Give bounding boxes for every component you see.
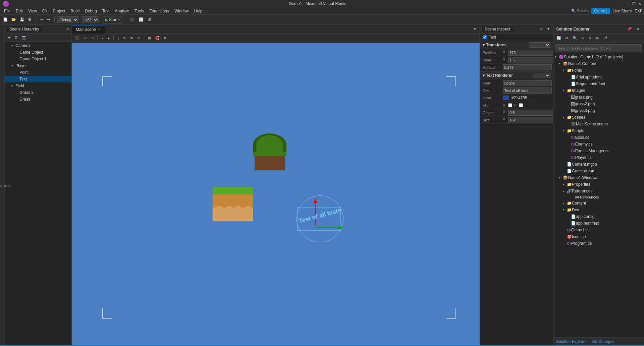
scene-move-btn[interactable]: ↕	[116, 35, 121, 42]
platform-select[interactable]: x86	[83, 16, 99, 23]
se-content-mgcb[interactable]: 📄 Content.mgcb	[553, 161, 644, 168]
flip-y-checkbox[interactable]	[519, 103, 523, 107]
se-arial-sprite[interactable]: 📄 Arial.spritefont	[553, 74, 644, 80]
se-game1-windows[interactable]: ▾ 📦 Game1.Windows	[553, 174, 644, 181]
menu-view[interactable]: View	[25, 7, 40, 15]
se-game-dream[interactable]: 📄 Game.dream	[553, 168, 644, 174]
tree-item-field[interactable]: ▾ Field	[5, 82, 71, 89]
inspector-close[interactable]: ✕	[540, 27, 543, 32]
se-boss-cs[interactable]: C# Boss.cs	[553, 134, 644, 141]
se-app-config[interactable]: 📄 app.config	[553, 213, 644, 220]
menu-analyze[interactable]: Analyze	[112, 7, 132, 15]
se-grass-png[interactable]: 🖼 grass.png	[553, 94, 644, 101]
se-grass2-png[interactable]: 🖼 grass2.png	[553, 101, 644, 107]
se-scripts-folder[interactable]: ▾ 📁 Scripts	[553, 127, 644, 134]
sh-settings-btn[interactable]: ⚙	[13, 34, 19, 41]
menu-file[interactable]: File	[1, 7, 13, 15]
menu-test[interactable]: Test	[100, 7, 112, 15]
flip-x-checkbox[interactable]	[508, 103, 512, 107]
toolbar-open-btn[interactable]: 📂	[10, 16, 18, 23]
menu-git[interactable]: Git	[40, 7, 50, 15]
scene-undo-btn[interactable]: ↩	[82, 35, 88, 42]
sh-camera-btn[interactable]: 📷	[20, 34, 28, 41]
se-images-folder[interactable]: ▾ 📁 Images	[553, 87, 644, 94]
menu-tools[interactable]: Tools	[132, 7, 147, 15]
menu-window[interactable]: Window	[172, 7, 192, 15]
origin-x-input[interactable]	[508, 110, 553, 116]
scene-redo-btn[interactable]: ↪	[89, 35, 95, 42]
tree-item-gameobject[interactable]: Game Object	[5, 49, 71, 56]
debug-config-select[interactable]: Debug	[57, 16, 78, 23]
se-sync-btn[interactable]: 🔄	[555, 35, 563, 42]
size-x-input[interactable]	[508, 117, 553, 123]
se-view-btn[interactable]: 👁	[594, 35, 601, 42]
se-solution[interactable]: ▾ 🟣 Solution 'Game1' (2 of 2 projects)	[553, 54, 644, 60]
scene-snap-btn[interactable]: 🧲	[153, 35, 161, 42]
menu-help[interactable]: Help	[192, 7, 205, 15]
tree-item-camera[interactable]: ▾ Camera	[5, 42, 71, 49]
se-particle-cs[interactable]: C# ParticleManager.cs	[553, 148, 644, 154]
sh-add-btn[interactable]: +	[6, 34, 12, 41]
se-pin-btn[interactable]: 📌	[626, 25, 634, 33]
inspector-dropdown[interactable]: ▾	[546, 25, 551, 33]
toolbar-extra-btn1[interactable]: ⬛	[128, 16, 136, 23]
se-collapse-btn[interactable]: ⊖	[587, 35, 593, 42]
se-app-manifest[interactable]: 📄 app.manifest	[553, 220, 644, 227]
toolbar-extra-btn2[interactable]: ⬜	[137, 16, 145, 23]
rotation-input[interactable]	[503, 64, 552, 70]
tree-item-grass2[interactable]: Grass 2	[5, 89, 71, 96]
toolbar-undo-btn[interactable]: ↩	[39, 16, 45, 23]
se-mainscene[interactable]: 🎬 MainScene.scene	[553, 121, 644, 127]
scene-scale-btn[interactable]: ⤢	[136, 35, 142, 42]
menu-project[interactable]: Project	[50, 7, 68, 15]
scene-view-dropdown[interactable]: ▾	[472, 25, 478, 33]
menu-edit[interactable]: Edit	[13, 7, 25, 15]
inspector-tab[interactable]: Scene Inspect	[482, 26, 513, 32]
maximize-button[interactable]: ❐	[632, 2, 636, 6]
se-scenes-folder[interactable]: ▾ 📁 Scenes	[553, 114, 644, 121]
se-references[interactable]: ▸ 🔗 References	[553, 188, 644, 194]
toolbar-redo-btn[interactable]: ↪	[45, 16, 52, 23]
scale-x-input[interactable]	[508, 57, 553, 63]
close-button[interactable]: ✕	[638, 2, 641, 6]
text-renderer-toggle[interactable]: ▾	[483, 73, 485, 78]
tree-item-gameobject1[interactable]: Game Object 1	[5, 56, 71, 62]
inspector-active-checkbox[interactable]	[483, 35, 487, 39]
scene-hierarchy-close[interactable]: ✕	[66, 27, 69, 32]
se-solution-explorer-link[interactable]: Solution Explorer	[556, 339, 587, 344]
search-bar[interactable]: 🔍 Search	[571, 9, 589, 13]
scene-rotate-btn[interactable]: ↻	[128, 35, 135, 42]
position-x-input[interactable]	[508, 50, 553, 56]
minimize-button[interactable]: —	[626, 2, 630, 6]
tree-item-text[interactable]: Text	[5, 76, 71, 82]
se-player-cs[interactable]: C# Player.cs	[553, 154, 644, 161]
text-renderer-dropdown[interactable]	[533, 73, 550, 78]
transform-toggle[interactable]: ▾	[483, 43, 485, 47]
se-game1-cs[interactable]: C# Game1.cs	[553, 227, 644, 233]
scene-zoom-out-btn[interactable]: −	[100, 35, 105, 42]
toolbar-new-btn[interactable]: 📄	[1, 16, 9, 23]
tree-item-player[interactable]: ▾ Player	[5, 62, 71, 69]
se-properties-folder[interactable]: ▸ 📁 Properties	[553, 181, 644, 188]
toolbar-save-all-btn[interactable]: ⊞	[26, 16, 33, 23]
text-input[interactable]	[503, 88, 552, 94]
se-content-folder[interactable]: ▸ 📁 Content	[553, 200, 644, 207]
se-icon-ico[interactable]: 🎯 Icon.ico	[553, 233, 644, 240]
scene-canvas[interactable]: Test of all tests	[72, 43, 480, 345]
se-close-btn[interactable]: ✕	[635, 25, 641, 33]
se-git-btn[interactable]: ⎇	[601, 35, 609, 42]
tree-item-grass[interactable]: Grass	[5, 96, 71, 103]
se-segoe-sprite[interactable]: 📄 Segoe.spritefont	[553, 80, 644, 87]
scene-grid-btn[interactable]: ⊞	[146, 35, 153, 42]
scene-mode-btn[interactable]: ⬛	[73, 35, 81, 42]
se-git-changes-link[interactable]: Git Changes	[592, 339, 614, 344]
start-button[interactable]: ▶ Start ▾	[103, 16, 122, 23]
se-game1-content[interactable]: ▾ 📦 Game1.Content	[553, 60, 644, 67]
se-search-input[interactable]	[555, 44, 642, 52]
scene-hierarchy-tab[interactable]: Scene Hierarchy	[7, 26, 42, 32]
scene-zoom-in-btn[interactable]: +	[106, 35, 111, 42]
toolbar-save-btn[interactable]: 💾	[18, 16, 26, 23]
expand-button[interactable]: EXP	[635, 9, 643, 13]
tree-item-point[interactable]: Point	[5, 69, 71, 76]
color-swatch[interactable]	[503, 96, 509, 100]
